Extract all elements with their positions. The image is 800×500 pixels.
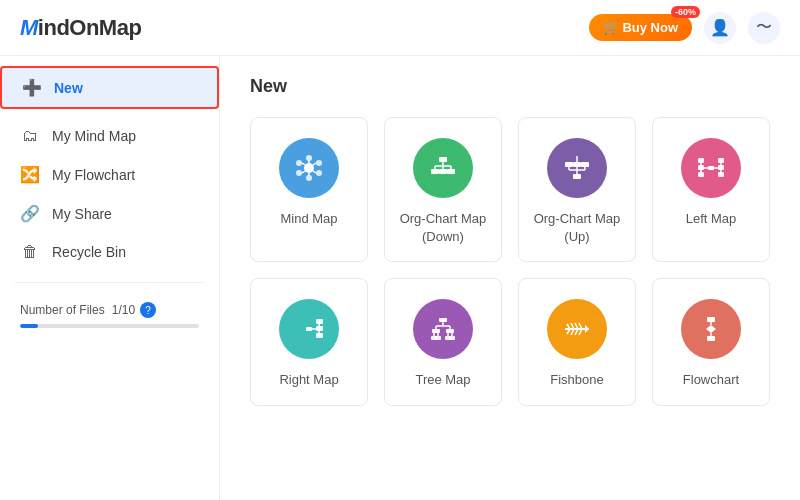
org-chart-up-label: Org-Chart Map (Up) xyxy=(529,210,625,246)
left-map-svg xyxy=(696,153,726,183)
tree-map-label: Tree Map xyxy=(415,371,470,389)
org-chart-down-svg xyxy=(428,153,458,183)
svg-rect-56 xyxy=(316,326,323,331)
plus-icon: ➕ xyxy=(22,78,42,97)
sidebar: ➕ New 🗂 My Mind Map 🔀 My Flowchart 🔗 My … xyxy=(0,56,220,500)
map-card-left-map[interactable]: Left Map xyxy=(652,117,770,262)
logo-rest: indOnMap xyxy=(38,15,142,40)
svg-rect-87 xyxy=(707,336,715,341)
svg-rect-22 xyxy=(565,162,573,167)
file-count-progress-bar xyxy=(20,324,199,328)
svg-line-12 xyxy=(302,163,305,165)
svg-rect-23 xyxy=(573,162,581,167)
svg-point-5 xyxy=(296,170,302,176)
sidebar-my-flowchart-label: My Flowchart xyxy=(52,167,135,183)
svg-rect-19 xyxy=(431,169,439,174)
svg-rect-55 xyxy=(316,319,323,324)
content-area: New xyxy=(220,56,800,500)
sidebar-item-recycle-bin[interactable]: 🗑 Recycle Bin xyxy=(0,233,219,271)
mind-map-icon: 🗂 xyxy=(20,127,40,145)
svg-rect-21 xyxy=(447,169,455,174)
org-chart-up-icon-circle xyxy=(547,138,607,198)
main-layout: ➕ New 🗂 My Mind Map 🔀 My Flowchart 🔗 My … xyxy=(0,56,800,500)
sidebar-item-new[interactable]: ➕ New xyxy=(0,66,219,109)
svg-rect-30 xyxy=(573,174,581,179)
org-chart-down-label: Org-Chart Map(Down) xyxy=(400,210,487,246)
svg-rect-83 xyxy=(707,317,715,322)
svg-point-2 xyxy=(316,160,322,166)
sidebar-item-my-mind-map[interactable]: 🗂 My Mind Map xyxy=(0,117,219,155)
svg-rect-46 xyxy=(718,158,724,163)
right-map-icon-circle xyxy=(279,299,339,359)
fishbone-svg xyxy=(562,314,592,344)
tree-map-svg xyxy=(428,314,458,344)
share-icon: 🔗 xyxy=(20,204,40,223)
svg-marker-82 xyxy=(585,325,589,333)
svg-rect-20 xyxy=(439,169,447,174)
left-map-icon-circle xyxy=(681,138,741,198)
svg-rect-48 xyxy=(718,172,724,177)
mind-map-svg xyxy=(294,153,324,183)
user-icon-button[interactable]: 👤 xyxy=(704,12,736,44)
logo: MindOnMap xyxy=(20,15,141,41)
svg-point-3 xyxy=(316,170,322,176)
chart-icon-button[interactable]: 〜 xyxy=(748,12,780,44)
svg-line-11 xyxy=(302,171,305,173)
svg-rect-13 xyxy=(439,157,447,162)
svg-rect-70 xyxy=(435,336,441,340)
flowchart-svg xyxy=(696,314,726,344)
progress-bar-fill xyxy=(20,324,38,328)
mind-map-label: Mind Map xyxy=(280,210,337,228)
header-actions: 🛒 Buy Now -60% 👤 〜 xyxy=(589,12,780,44)
right-map-label: Right Map xyxy=(279,371,338,389)
svg-rect-47 xyxy=(718,165,724,170)
help-icon[interactable]: ? xyxy=(140,302,156,318)
svg-rect-40 xyxy=(698,172,704,177)
map-card-fishbone[interactable]: Fishbone xyxy=(518,278,636,405)
sidebar-recycle-bin-label: Recycle Bin xyxy=(52,244,126,260)
map-card-tree-map[interactable]: Tree Map xyxy=(384,278,502,405)
logo-m: M xyxy=(20,15,38,40)
header: MindOnMap 🛒 Buy Now -60% 👤 〜 xyxy=(0,0,800,56)
svg-line-8 xyxy=(313,163,316,165)
map-card-mind-map[interactable]: Mind Map xyxy=(250,117,368,262)
buy-now-label: 🛒 Buy Now xyxy=(603,20,678,35)
sidebar-item-my-share[interactable]: 🔗 My Share xyxy=(0,194,219,233)
svg-rect-64 xyxy=(446,329,454,333)
flowchart-icon-circle xyxy=(681,299,741,359)
svg-rect-63 xyxy=(432,329,440,333)
left-map-label: Left Map xyxy=(686,210,737,228)
svg-rect-38 xyxy=(698,158,704,163)
svg-rect-72 xyxy=(449,336,455,340)
map-card-org-chart-up[interactable]: Org-Chart Map (Up) xyxy=(518,117,636,262)
map-card-flowchart[interactable]: Flowchart xyxy=(652,278,770,405)
discount-badge: -60% xyxy=(671,6,700,18)
flowchart-label: Flowchart xyxy=(683,371,739,389)
sidebar-new-label: New xyxy=(54,80,83,96)
svg-marker-85 xyxy=(706,325,716,333)
svg-rect-32 xyxy=(708,166,714,170)
map-card-org-chart-down[interactable]: Org-Chart Map(Down) xyxy=(384,117,502,262)
fishbone-label: Fishbone xyxy=(550,371,603,389)
map-grid: Mind Map Org- xyxy=(250,117,770,406)
svg-rect-58 xyxy=(439,318,447,322)
buy-now-button[interactable]: 🛒 Buy Now -60% xyxy=(589,14,692,41)
map-card-right-map[interactable]: Right Map xyxy=(250,278,368,405)
svg-rect-57 xyxy=(316,333,323,338)
sidebar-divider xyxy=(15,282,204,283)
right-map-svg xyxy=(294,314,324,344)
user-icon: 👤 xyxy=(710,18,730,37)
content-title: New xyxy=(250,76,770,97)
svg-point-6 xyxy=(296,160,302,166)
tree-map-icon-circle xyxy=(413,299,473,359)
svg-line-9 xyxy=(313,171,316,173)
sidebar-item-my-flowchart[interactable]: 🔀 My Flowchart xyxy=(0,155,219,194)
org-chart-down-icon-circle xyxy=(413,138,473,198)
svg-rect-49 xyxy=(306,327,312,331)
chart-icon: 〜 xyxy=(756,17,772,38)
file-count-section: Number of Files 1/10 ? xyxy=(0,294,219,336)
flowchart-icon: 🔀 xyxy=(20,165,40,184)
svg-rect-24 xyxy=(581,162,589,167)
fishbone-icon-circle xyxy=(547,299,607,359)
svg-point-0 xyxy=(304,163,314,173)
